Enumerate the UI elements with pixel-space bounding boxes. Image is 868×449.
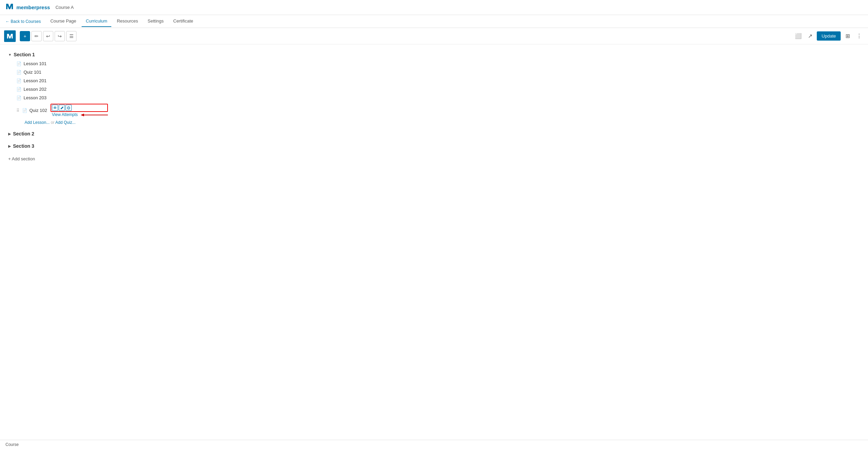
drag-handle-icon[interactable]: ⠿	[16, 108, 19, 113]
section-3-header[interactable]: Section 3	[7, 141, 861, 151]
columns-button[interactable]: ⊞	[843, 31, 852, 41]
top-bar: memberpress Course A	[0, 0, 868, 15]
update-button[interactable]: Update	[817, 31, 841, 41]
memberpress-logo-icon	[5, 2, 14, 12]
lesson-icon: 📄	[16, 96, 22, 100]
edit-icon[interactable]	[59, 105, 65, 111]
settings-icon[interactable]: ⚙	[66, 105, 72, 111]
quiz-102-actions-area: 👁 ⚙ View Attempts	[51, 104, 108, 117]
add-section-label: + Add section	[8, 156, 35, 161]
section-1-toggle[interactable]	[8, 53, 12, 57]
quiz-102-icon: 📄	[22, 108, 27, 113]
tab-settings[interactable]: Settings	[143, 16, 168, 27]
section-3-toggle[interactable]	[8, 144, 11, 148]
quiz-101-label: Quiz 101	[24, 70, 41, 75]
section-2-header[interactable]: Section 2	[7, 129, 861, 139]
section-1-lesson-list: 📄 Lesson 101 📄 Quiz 101 📄 Lesson 201 📄 L…	[15, 59, 861, 126]
edit-button[interactable]: ✏	[31, 31, 42, 41]
lesson-201-label: Lesson 201	[24, 78, 46, 83]
section-3-container: Section 3	[7, 141, 861, 151]
desktop-view-button[interactable]: ⬜	[794, 31, 803, 41]
view-attempts-link[interactable]: View Attempts	[52, 112, 78, 117]
view-icon[interactable]: 👁	[52, 105, 58, 111]
add-or-label: or	[51, 120, 55, 125]
more-options-button[interactable]: ⋮	[854, 31, 864, 41]
logo-area: memberpress Course A	[5, 2, 74, 12]
redo-button[interactable]: ↪	[55, 31, 65, 41]
list-item[interactable]: 📄 Quiz 101	[15, 68, 861, 76]
list-item[interactable]: 📄 Lesson 202	[15, 85, 861, 93]
nav-tabs: Back to Courses Course Page Curriculum R…	[0, 15, 868, 28]
undo-button[interactable]: ↩	[43, 31, 53, 41]
add-block-button[interactable]: +	[20, 31, 30, 41]
section-3-label: Section 3	[13, 143, 34, 149]
logo-name: memberpress	[16, 4, 50, 10]
lesson-202-label: Lesson 202	[24, 87, 46, 92]
tab-course-page[interactable]: Course Page	[46, 16, 80, 27]
section-1-label: Section 1	[14, 52, 35, 57]
external-link-button[interactable]: ↗	[805, 31, 815, 41]
section-1-container: Section 1 📄 Lesson 101 📄 Quiz 101 📄 Less…	[7, 50, 861, 126]
toolbar-right: ⬜ ↗ Update ⊞ ⋮	[794, 31, 864, 41]
section-2-container: Section 2	[7, 129, 861, 139]
toolbar-logo	[4, 30, 16, 42]
lesson-203-label: Lesson 203	[24, 95, 46, 100]
list-item[interactable]: 📄 Lesson 101	[15, 59, 861, 68]
section-1-header[interactable]: Section 1	[7, 50, 861, 59]
lesson-101-label: Lesson 101	[24, 61, 46, 66]
add-lesson-quiz-row: Add Lesson... or Add Quiz...	[23, 119, 861, 126]
tab-certificate[interactable]: Certificate	[169, 16, 197, 27]
quiz-icon: 📄	[16, 70, 22, 75]
svg-marker-1	[81, 114, 84, 116]
back-to-courses-link[interactable]: Back to Courses	[5, 19, 41, 24]
toolbar: + ✏ ↩ ↪ ☰ ⬜ ↗ Update ⊞ ⋮	[0, 28, 868, 44]
quiz-102-label: Quiz 102	[29, 108, 47, 113]
tab-resources[interactable]: Resources	[113, 16, 142, 27]
course-title: Course A	[55, 5, 73, 10]
quiz-102-item: ⠿ 📄 Quiz 102 👁 ⚙ View Attempts	[15, 102, 861, 119]
lesson-icon: 📄	[16, 87, 22, 92]
add-lesson-link[interactable]: Add Lesson...	[25, 120, 50, 125]
tab-curriculum[interactable]: Curriculum	[82, 16, 111, 27]
quiz-actions-box: 👁 ⚙	[51, 104, 108, 112]
lesson-icon: 📄	[16, 61, 22, 66]
section-2-toggle[interactable]	[8, 132, 11, 136]
add-section-button[interactable]: + Add section	[7, 154, 861, 164]
list-item[interactable]: 📄 Lesson 201	[15, 76, 861, 85]
section-2-label: Section 2	[13, 131, 34, 136]
annotation-arrow	[81, 112, 108, 117]
list-view-button[interactable]: ☰	[66, 31, 76, 41]
main-content: Section 1 📄 Lesson 101 📄 Quiz 101 📄 Less…	[0, 44, 868, 170]
lesson-icon: 📄	[16, 78, 22, 83]
list-item[interactable]: 📄 Lesson 203	[15, 93, 861, 102]
add-quiz-link[interactable]: Add Quiz...	[55, 120, 75, 125]
